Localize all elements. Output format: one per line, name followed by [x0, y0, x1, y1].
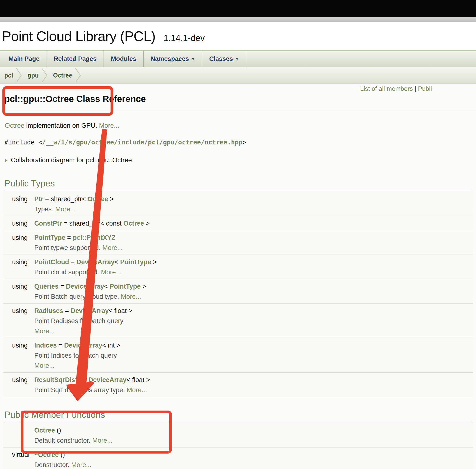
member-link[interactable]: ConstPtr	[34, 220, 62, 227]
text-segment: = shared_ptr<	[43, 195, 88, 203]
member-description: More...	[34, 326, 473, 336]
text-segment: = shared_ptr< const	[62, 220, 123, 227]
more-link[interactable]: More...	[55, 205, 76, 213]
member-row: usingResultSqrDists = DeviceArray< float…	[3, 373, 473, 397]
member-description: Point Indices for batch query	[34, 351, 473, 361]
member-link[interactable]: ~Octree	[34, 451, 59, 458]
member-signature: Octree ()	[34, 425, 473, 436]
member-signature: Queries = DeviceArray< PointType >	[34, 281, 473, 291]
member-description: Point cloud supported. More...	[34, 267, 473, 277]
text-segment: =	[66, 234, 73, 241]
member-description: Point Radiuses for batch query	[34, 316, 473, 326]
member-body: Queries = DeviceArray< PointType >Point …	[34, 281, 473, 302]
section-heading-public-types: Public Types	[4, 178, 473, 191]
member-keyword: using	[3, 257, 34, 277]
member-body: Octree ()Default constructor. More...	[34, 425, 473, 446]
member-body: ~Octree ()Denstructor. More...	[34, 450, 473, 469]
member-link[interactable]: ResultSqrDists	[34, 376, 81, 384]
more-link[interactable]: More...	[34, 327, 55, 335]
text-segment: <	[104, 283, 110, 290]
member-body: ConstPtr = shared_ptr< const Octree >	[34, 218, 473, 228]
more-link[interactable]: More...	[34, 362, 55, 369]
doxygen-page: Point Cloud Library (PCL) 1.14.1-dev Mai…	[0, 0, 476, 469]
public-types-table: usingPtr = shared_ptr< Octree >Types. Mo…	[3, 191, 473, 397]
member-link[interactable]: DeviceArray	[77, 258, 115, 266]
member-link[interactable]: PointType	[34, 234, 66, 241]
member-body: PointCloud = DeviceArray< PointType >Poi…	[34, 257, 473, 277]
member-link[interactable]: DeviceArray	[71, 307, 109, 315]
member-link[interactable]: Octree	[88, 195, 108, 203]
text-segment: =	[59, 283, 66, 290]
text-segment: =	[57, 342, 64, 349]
member-keyword: using	[3, 340, 34, 371]
text-segment: ()	[59, 451, 65, 458]
member-link[interactable]: DeviceArray	[66, 283, 104, 290]
member-row: Octree ()Default constructor. More...	[3, 423, 473, 447]
member-link[interactable]: PointType	[110, 283, 141, 290]
member-description: More...	[34, 361, 473, 371]
member-description: Types. More...	[34, 204, 473, 214]
text-segment: Denstructor.	[34, 461, 71, 469]
intro-more-link[interactable]: More...	[99, 122, 119, 129]
member-row: usingIndices = DeviceArray< int >Point I…	[3, 338, 473, 372]
member-signature: Ptr = shared_ptr< Octree >	[34, 194, 473, 204]
more-link[interactable]: More...	[101, 268, 121, 276]
member-body: Radiuses = DeviceArray< float >Point Rad…	[34, 306, 473, 336]
public-member-functions-table: Octree ()Default constructor. More...vir…	[3, 422, 473, 469]
member-body: PointType = pcl::PointXYZPoint typwe sup…	[34, 233, 473, 253]
text-segment: Types.	[34, 205, 55, 213]
text-segment: Point Radiuses for batch query	[34, 317, 123, 325]
member-keyword: using	[3, 306, 34, 336]
member-signature: Radiuses = DeviceArray< float >	[34, 306, 473, 316]
member-link[interactable]: Radiuses	[34, 307, 63, 315]
member-body: ResultSqrDists = DeviceArray< float >Poi…	[34, 375, 473, 395]
member-link[interactable]: DeviceArray	[64, 342, 102, 349]
member-description: Point typwe supported. More...	[34, 243, 473, 253]
intro-paragraph: Octree implementation on GPU. More...	[5, 122, 476, 130]
include-path-link[interactable]: /__w/1/s/gpu/octree/include/pcl/gpu/octr…	[42, 139, 243, 146]
member-link[interactable]: PointType	[120, 258, 151, 266]
member-signature: ResultSqrDists = DeviceArray< float >	[34, 375, 473, 385]
text-segment: Point Batch query cloud type.	[34, 293, 121, 300]
text-segment: Default constructor.	[34, 437, 92, 444]
member-row: usingPointType = pcl::PointXYZPoint typw…	[3, 230, 473, 254]
text-segment: < float >	[127, 376, 150, 384]
member-keyword	[3, 425, 34, 446]
text-segment: Point Sqrt distances array type.	[34, 386, 127, 394]
member-link[interactable]: pcl::PointXYZ	[73, 234, 115, 241]
more-link[interactable]: More...	[71, 461, 92, 469]
member-row: usingQueries = DeviceArray< PointType >P…	[3, 279, 473, 303]
more-link[interactable]: More...	[127, 386, 147, 394]
octree-link[interactable]: Octree	[5, 122, 24, 129]
member-signature: ~Octree ()	[34, 450, 473, 460]
more-link[interactable]: More...	[92, 437, 113, 444]
include-line: #include </__w/1/s/gpu/octree/include/pc…	[4, 138, 476, 146]
collaboration-toggle[interactable]: Collaboration diagram for pcl::gpu::Octr…	[5, 156, 476, 164]
member-link[interactable]: Queries	[34, 283, 59, 290]
page-title: pcl::gpu::Octree Class Reference	[4, 94, 476, 104]
member-signature: PointType = pcl::PointXYZ	[34, 233, 473, 243]
member-body: Ptr = shared_ptr< Octree >Types. More...	[34, 194, 473, 214]
text-segment: < int >	[102, 342, 120, 349]
member-link[interactable]: Indices	[34, 342, 57, 349]
member-keyword: using	[3, 194, 34, 214]
more-link[interactable]: More...	[121, 293, 141, 300]
member-link[interactable]: Ptr	[34, 195, 43, 203]
member-keyword: using	[3, 375, 34, 395]
text-segment: Point Indices for batch query	[34, 352, 117, 359]
member-body: Indices = DeviceArray< int >Point Indice…	[34, 340, 473, 371]
collapsed-triangle-icon	[5, 158, 7, 162]
row-separator	[3, 397, 473, 397]
member-link[interactable]: DeviceArray	[88, 376, 127, 384]
member-link[interactable]: PointCloud	[34, 258, 69, 266]
member-link[interactable]: Octree	[34, 427, 55, 434]
member-row: usingPointCloud = DeviceArray< PointType…	[3, 255, 473, 279]
member-link[interactable]: Octree	[123, 220, 144, 227]
more-link[interactable]: More...	[102, 244, 123, 251]
text-segment: Point typwe supported.	[34, 244, 102, 251]
member-description: Point Sqrt distances array type. More...	[34, 385, 473, 395]
text-segment: >	[141, 283, 146, 290]
text-segment: Point cloud supported.	[34, 268, 101, 276]
text-segment: >	[144, 220, 150, 227]
member-keyword: using	[3, 218, 34, 228]
